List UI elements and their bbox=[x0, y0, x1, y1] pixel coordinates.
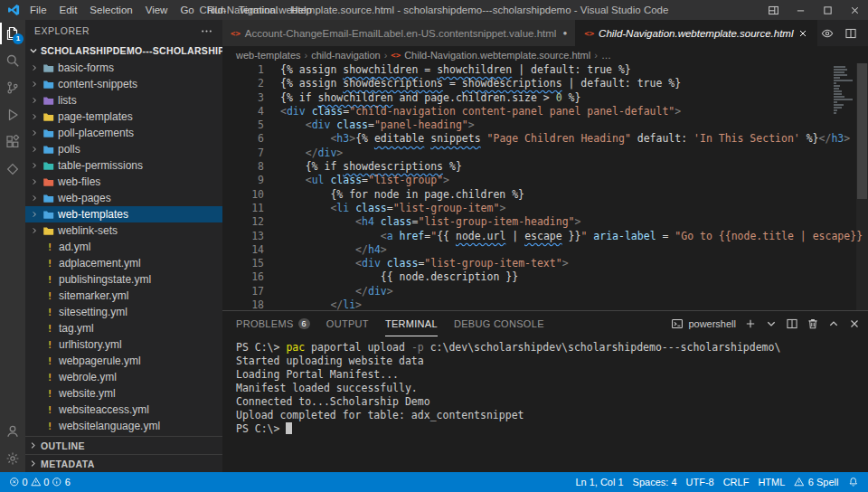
section-metadata[interactable]: METADATA bbox=[25, 454, 222, 472]
code-line[interactable]: <h4 class="list-group-item-heading"> bbox=[280, 215, 868, 229]
problems-status[interactable]: 006 bbox=[5, 477, 74, 487]
editor-tab[interactable]: <>Child-Navigation.webtemplate.source.ht… bbox=[576, 20, 817, 46]
open-preview-icon[interactable] bbox=[821, 27, 834, 40]
kill-terminal-icon[interactable] bbox=[807, 317, 819, 330]
code-line[interactable]: </li> bbox=[280, 298, 868, 310]
section-outline[interactable]: OUTLINE bbox=[25, 436, 222, 454]
code-content[interactable]: {% assign showchildren = showchildren | … bbox=[273, 63, 868, 310]
tree-folder[interactable]: polls bbox=[25, 141, 222, 157]
tree-folder[interactable]: basic-forms bbox=[25, 60, 222, 76]
tree-file[interactable]: !publishingstate.yml bbox=[25, 271, 222, 288]
tree-folder[interactable]: page-templates bbox=[25, 109, 222, 125]
tree-file[interactable]: !sitesetting.yml bbox=[25, 304, 222, 320]
split-terminal-icon[interactable] bbox=[786, 317, 798, 330]
tree-file[interactable]: !webrole.yml bbox=[25, 369, 222, 385]
tree-folder[interactable]: poll-placements bbox=[25, 125, 222, 141]
code-line[interactable]: {% assign showchildren = showchildren | … bbox=[280, 63, 868, 77]
menu-help[interactable]: Help bbox=[284, 5, 318, 15]
tree-file[interactable]: !sitemarker.yml bbox=[25, 288, 222, 304]
tab-close-icon[interactable] bbox=[797, 28, 808, 39]
split-editor-icon[interactable] bbox=[844, 27, 857, 40]
tree-folder[interactable]: content-snippets bbox=[25, 76, 222, 92]
code-line[interactable]: {% if showchildren and page.children.siz… bbox=[280, 91, 868, 105]
new-terminal-icon[interactable] bbox=[744, 317, 757, 330]
menu-terminal[interactable]: Terminal bbox=[232, 5, 284, 15]
editor-tab[interactable]: <>Account-ChangeEmail-EmailLabel.en-US.c… bbox=[222, 20, 576, 46]
activity-settings[interactable] bbox=[0, 445, 25, 472]
status-indentation[interactable]: Spaces: 4 bbox=[628, 477, 682, 487]
code-line[interactable]: </h4> bbox=[280, 243, 868, 257]
activity-search[interactable] bbox=[0, 47, 25, 74]
tree-file[interactable]: !webpagerule.yml bbox=[25, 353, 222, 369]
code-line[interactable]: {% if showdescriptions %} bbox=[280, 160, 868, 174]
tree-file[interactable]: !website.yml bbox=[25, 385, 222, 402]
menu-go[interactable]: Go bbox=[174, 5, 200, 15]
minimap[interactable] bbox=[834, 66, 854, 115]
tree-folder[interactable]: weblink-sets bbox=[25, 222, 222, 239]
chevron-down-icon[interactable] bbox=[765, 317, 778, 330]
code-line[interactable]: {% assign showdescriptions = showdescrip… bbox=[280, 77, 868, 90]
tree-file[interactable]: !urlhistory.yml bbox=[25, 336, 222, 353]
status-eol[interactable]: CRLF bbox=[719, 477, 754, 487]
scrollbar-thumb[interactable] bbox=[857, 63, 867, 199]
status-cursor-position[interactable]: Ln 1, Col 1 bbox=[571, 477, 627, 487]
tree-folder[interactable]: lists bbox=[25, 92, 222, 109]
minimize-button[interactable] bbox=[787, 0, 814, 20]
status-language-mode[interactable]: HTML bbox=[753, 477, 789, 487]
tree-folder[interactable]: table-permissions bbox=[25, 157, 222, 174]
editor-scrollbar[interactable] bbox=[856, 63, 868, 310]
more-actions-icon[interactable] bbox=[200, 24, 213, 38]
activity-run-debug[interactable] bbox=[0, 101, 25, 128]
activity-source-control[interactable] bbox=[0, 74, 25, 101]
tree-folder[interactable]: web-files bbox=[25, 174, 222, 190]
menu-view[interactable]: View bbox=[139, 5, 175, 15]
maximize-panel-icon[interactable] bbox=[827, 317, 840, 330]
code-line[interactable]: <h3>{% editable snippets "Page Children … bbox=[280, 132, 868, 146]
code-line[interactable]: {% for node in page.children %} bbox=[280, 188, 868, 202]
code-line[interactable]: <div class="list-group-item-text"> bbox=[280, 257, 868, 270]
panel-tab-terminal[interactable]: TERMINAL bbox=[385, 311, 438, 336]
breadcrumb-item[interactable]: web-templates bbox=[236, 50, 301, 61]
breadcrumb-item[interactable]: child-navigation bbox=[311, 50, 380, 61]
tree-file[interactable]: !websiteaccess.yml bbox=[25, 402, 222, 418]
status-notifications[interactable] bbox=[844, 477, 863, 487]
tree-file[interactable]: !websitelanguage.yml bbox=[25, 418, 222, 434]
code-line[interactable]: {{ node.description }} bbox=[280, 270, 868, 284]
terminal-output[interactable]: PS C:\> pac paportal upload -p c:\dev\sc… bbox=[222, 336, 868, 472]
code-line[interactable]: <div class="child-navigation content-pan… bbox=[280, 105, 868, 118]
workspace-root[interactable]: SCHOLARSHIPDEMO---SCHOLARSHIPDEMO bbox=[25, 42, 222, 60]
code-editor[interactable]: 123456789101112131415161718 {% assign sh… bbox=[222, 63, 868, 310]
activity-explorer[interactable]: 1 bbox=[0, 20, 25, 47]
shell-selector[interactable]: powershell bbox=[671, 317, 736, 330]
menu-edit[interactable]: Edit bbox=[53, 5, 84, 15]
tree-file[interactable]: !tag.yml bbox=[25, 320, 222, 336]
panel-tab-output[interactable]: OUTPUT bbox=[326, 311, 369, 336]
menu-file[interactable]: File bbox=[24, 5, 53, 15]
status-spell-checker[interactable]: 6 Spell bbox=[789, 477, 843, 487]
code-line[interactable]: </div> bbox=[280, 147, 868, 160]
menu-run[interactable]: Run bbox=[201, 5, 232, 15]
close-button[interactable] bbox=[841, 0, 868, 20]
code-line[interactable]: </div> bbox=[280, 285, 868, 298]
close-panel-icon[interactable] bbox=[848, 317, 861, 330]
status-encoding[interactable]: UTF-8 bbox=[682, 477, 719, 487]
breadcrumb-item[interactable]: <>Child-Navigation.webtemplate.source.ht… bbox=[391, 50, 590, 61]
activity-power-platform[interactable] bbox=[0, 156, 25, 183]
code-line[interactable]: <a href="{{ node.url | escape }}" aria-l… bbox=[280, 230, 868, 243]
panel-tab-debug-console[interactable]: DEBUG CONSOLE bbox=[454, 311, 544, 336]
tree-file[interactable]: !ad.yml bbox=[25, 239, 222, 255]
menu-selection[interactable]: Selection bbox=[83, 5, 138, 15]
breadcrumb-item[interactable]: … bbox=[601, 50, 611, 61]
code-line[interactable]: <div class="panel-heading"> bbox=[280, 118, 868, 132]
tree-file[interactable]: !adplacement.yml bbox=[25, 255, 222, 271]
code-line[interactable]: <ul class="list-group"> bbox=[280, 174, 868, 187]
activity-accounts[interactable] bbox=[0, 418, 25, 445]
code-line[interactable]: <li class="list-group-item"> bbox=[280, 202, 868, 215]
maximize-button[interactable] bbox=[814, 0, 841, 20]
panel-tab-problems[interactable]: PROBLEMS6 bbox=[236, 311, 310, 336]
tree-folder[interactable]: web-templates bbox=[25, 206, 222, 222]
activity-extensions[interactable] bbox=[0, 128, 25, 156]
layout-icon[interactable] bbox=[760, 0, 787, 20]
tree-folder[interactable]: web-pages bbox=[25, 190, 222, 206]
section-label: METADATA bbox=[41, 459, 95, 469]
